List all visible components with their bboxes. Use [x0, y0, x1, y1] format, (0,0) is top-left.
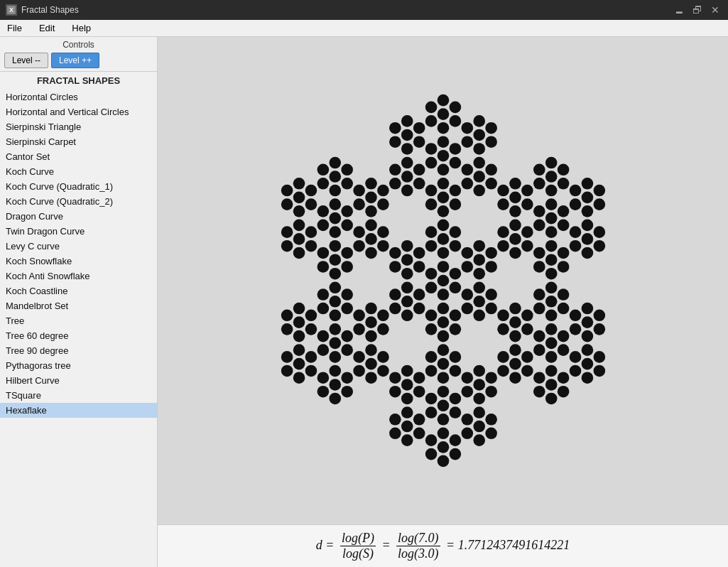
svg-point-265: [425, 185, 437, 197]
svg-point-67: [545, 393, 557, 405]
maximize-button[interactable]: 🗗: [690, 4, 705, 16]
shape-item-mandelbrot-set[interactable]: Mandelbrot Set: [0, 298, 157, 313]
titlebar-controls[interactable]: 🗕 🗗 ✕: [671, 4, 722, 16]
svg-point-54: [533, 344, 545, 356]
svg-point-275: [401, 129, 413, 141]
svg-point-299: [533, 220, 545, 232]
svg-point-326: [509, 205, 521, 217]
svg-point-55: [533, 330, 545, 342]
shape-item-levy-c-curve[interactable]: Levy C curve: [0, 239, 157, 254]
svg-point-167: [317, 372, 329, 384]
shape-item-horizontal-circles[interactable]: Horizontal Circles: [0, 90, 157, 104]
shape-item-koch-snowflake[interactable]: Koch Snowflake: [0, 254, 157, 269]
svg-point-269: [413, 178, 425, 190]
titlebar-left: X Fractal Shapes: [6, 4, 79, 16]
svg-point-127: [413, 414, 425, 426]
svg-point-5: [425, 281, 437, 293]
svg-point-90: [533, 288, 545, 301]
svg-point-338: [581, 192, 593, 204]
shape-item-horizontal-and-vertical-circles[interactable]: Horizontal and Vertical Circles: [0, 104, 157, 119]
svg-point-181: [281, 310, 293, 322]
shape-item-koch-coastline[interactable]: Koch Coastline: [0, 284, 157, 298]
shape-item-koch-anti-snowflake[interactable]: Koch Anti Snowflake: [0, 269, 157, 284]
menu-edit[interactable]: Edit: [35, 21, 59, 35]
svg-point-124: [389, 428, 401, 440]
svg-point-238: [329, 157, 341, 169]
svg-point-266: [437, 178, 449, 190]
menu-file[interactable]: File: [3, 21, 26, 35]
svg-point-155: [341, 330, 353, 342]
svg-point-32: [401, 268, 413, 280]
shape-item-twin-dragon-curve[interactable]: Twin Dragon Curve: [0, 224, 157, 239]
svg-point-21: [437, 303, 449, 315]
shape-item-dragon-curve[interactable]: Dragon Curve: [0, 209, 157, 224]
svg-point-187: [317, 303, 329, 315]
svg-point-17: [449, 323, 461, 335]
svg-point-59: [593, 365, 605, 377]
svg-point-100: [437, 399, 449, 411]
svg-point-19: [425, 323, 437, 335]
svg-point-296: [545, 212, 557, 225]
svg-point-204: [341, 205, 353, 217]
svg-point-156: [365, 358, 377, 370]
svg-point-179: [293, 330, 305, 342]
svg-point-227: [305, 198, 317, 210]
svg-point-288: [449, 102, 461, 114]
svg-point-111: [461, 414, 473, 426]
shape-item-tree-90-degree[interactable]: Tree 90 degree: [0, 343, 157, 358]
shape-item-sierpinski-triangle[interactable]: Sierpinski Triangle: [0, 119, 157, 134]
level-minus-button[interactable]: Level --: [4, 53, 48, 68]
svg-point-81: [509, 330, 521, 342]
svg-point-76: [497, 351, 509, 363]
svg-point-318: [521, 240, 533, 252]
svg-point-333: [545, 185, 557, 197]
menu-help[interactable]: Help: [67, 21, 95, 35]
shape-item-sierpinski-carpet[interactable]: Sierpinski Carpet: [0, 134, 157, 149]
svg-point-4: [437, 288, 449, 301]
svg-point-262: [449, 198, 461, 210]
svg-point-308: [581, 220, 593, 232]
svg-point-220: [305, 240, 317, 252]
svg-point-14: [473, 281, 485, 293]
svg-point-134: [413, 372, 425, 384]
shape-item-tree-60-degree[interactable]: Tree 60 degree: [0, 328, 157, 343]
svg-point-225: [305, 226, 317, 238]
svg-point-185: [341, 303, 353, 315]
svg-point-120: [449, 434, 461, 446]
shape-item-cantor-set[interactable]: Cantor Set: [0, 149, 157, 164]
svg-point-149: [329, 338, 341, 350]
shape-item-pythagoras-tree[interactable]: Pythagoras tree: [0, 358, 157, 373]
svg-point-99: [593, 310, 605, 322]
svg-point-77: [509, 344, 521, 356]
shape-item-hexaflake[interactable]: Hexaflake: [0, 403, 157, 418]
svg-point-210: [365, 220, 377, 232]
level-plus-button[interactable]: Level ++: [51, 53, 99, 68]
svg-point-6: [425, 268, 437, 280]
minimize-button[interactable]: 🗕: [671, 4, 687, 16]
svg-point-101: [449, 406, 461, 418]
svg-point-176: [305, 351, 317, 363]
svg-point-108: [485, 428, 497, 440]
svg-point-278: [389, 136, 401, 148]
svg-point-324: [509, 192, 521, 204]
shape-item-koch-curve-(quadratic_2)[interactable]: Koch Curve (Quadratic_2): [0, 194, 157, 209]
shape-item-tsquare[interactable]: TSquare: [0, 388, 157, 403]
svg-point-234: [341, 178, 353, 190]
shape-item-hilbert-curve[interactable]: Hilbert Curve: [0, 373, 157, 388]
svg-point-281: [413, 122, 425, 134]
close-button[interactable]: ✕: [708, 4, 722, 16]
svg-point-117: [425, 448, 437, 460]
svg-point-109: [473, 434, 485, 446]
shape-item-tree[interactable]: Tree: [0, 313, 157, 328]
svg-point-327: [497, 198, 509, 210]
svg-point-136: [449, 365, 461, 377]
shape-item-koch-curve-(quadratic_1)[interactable]: Koch Curve (Quadratic_1): [0, 179, 157, 194]
svg-point-84: [509, 303, 521, 315]
svg-point-291: [473, 143, 485, 155]
svg-point-303: [581, 233, 593, 245]
svg-point-175: [293, 344, 305, 356]
svg-point-182: [293, 303, 305, 315]
svg-point-7: [437, 261, 449, 273]
shape-item-koch-curve[interactable]: Koch Curve: [0, 164, 157, 179]
svg-point-168: [329, 365, 341, 377]
